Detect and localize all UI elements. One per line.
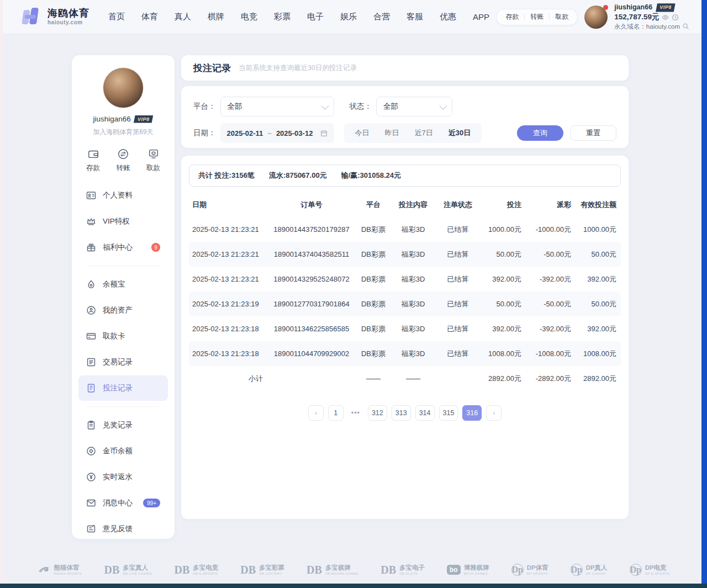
withdraw-button[interactable]: 取款 [550, 12, 574, 22]
sidebar-transfer-button[interactable]: 转账 [117, 148, 130, 173]
quick-date-yesterday[interactable]: 昨日 [377, 128, 407, 138]
sidebar-deposit-label: 存款 [86, 163, 100, 173]
brand-domain: haiouty.com [48, 19, 89, 25]
sidebar-item-profile[interactable]: 个人资料 [78, 183, 168, 208]
summary-turnover: 流水:875067.00元 [269, 171, 327, 181]
partner-logo-panda-sports: 熊猫体育PANDA SPORTS [38, 564, 82, 575]
sidebar-item-welfare[interactable]: 福利中心 9 [78, 235, 168, 260]
partner-logo-db-esports: DB 多宝电竞DB E-SPORTS [175, 564, 219, 575]
bottom-edge-strip [0, 584, 707, 588]
pagination-ellipsis[interactable]: ••• [348, 405, 363, 421]
deposit-button[interactable]: 存款 [500, 12, 524, 22]
bet-records-icon [86, 383, 96, 393]
pagination-next-button[interactable]: › [486, 405, 502, 421]
platform-filter-label: 平台： [193, 102, 216, 112]
sidebar-quick-actions: 存款 转账 取款 [72, 148, 175, 173]
sidebar-item-label: 投注记录 [103, 383, 133, 393]
dp-mark: Dp [571, 564, 583, 576]
brand-logo[interactable]: 海鸥体育 haiouty.com [23, 8, 89, 27]
sidebar-item-label: 福利中心 [103, 242, 133, 252]
nav-item-support[interactable]: 客服 [407, 12, 423, 22]
nav-item-entertainment[interactable]: 娱乐 [340, 12, 357, 22]
coin-icon [86, 446, 96, 456]
summary-bar: 共计 投注:3156笔 流水:875067.00元 输/赢:301058.24元 [189, 165, 621, 187]
sidebar-item-bet-records[interactable]: 投注记录 [78, 375, 168, 401]
sidebar-item-messages[interactable]: 消息中心 99+ [78, 490, 168, 516]
top-header: 海鸥体育 haiouty.com 首页 体育 真人 棋牌 电竞 彩票 电子 娱乐… [3, 0, 701, 34]
sidebar-item-coin-balance[interactable]: 金币余额 [78, 438, 168, 464]
sidebar-item-assets[interactable]: 我的资产 [78, 298, 168, 323]
table-row: 2025-02-13 21:23:21 1890014437520179287 … [189, 217, 621, 242]
sidebar-item-withdraw-card[interactable]: 取款卡 [78, 324, 168, 349]
piggy-bank-icon [86, 279, 96, 289]
transfer-icon [117, 148, 129, 160]
right-edge-strip [701, 0, 707, 588]
pagination: ‹ 1 ••• 312 313 314 315 316 › [189, 405, 621, 421]
col-header-valid-bet: 有效投注额 [576, 200, 621, 210]
quick-date-30days[interactable]: 近30日 [441, 128, 478, 138]
nav-item-home[interactable]: 首页 [108, 12, 125, 22]
transfer-button[interactable]: 转账 [525, 12, 549, 22]
nav-item-boardgames[interactable]: 棋牌 [208, 12, 224, 22]
partner-logo-dp-live: Dp DP真人DP CASINO [571, 564, 608, 576]
table-row: 2025-02-13 21:23:21 1890014329525248072 … [189, 267, 621, 292]
nav-item-lottery[interactable]: 彩票 [274, 12, 291, 22]
nav-item-live[interactable]: 真人 [175, 12, 191, 22]
pagination-page-312[interactable]: 312 [368, 405, 387, 421]
db-mark: DB [307, 564, 322, 575]
sidebar-deposit-button[interactable]: 存款 [86, 148, 100, 173]
pagination-prev-button[interactable]: ‹ [308, 405, 324, 421]
main-content: 投注记录 当前系统支持查询最近30日的投注记录 平台： 全部 状态： 全部 日期… [181, 55, 629, 519]
date-range-picker[interactable]: 2025-02-11 ~ 2025-03-12 [220, 123, 334, 143]
table-row: 2025-02-13 21:23:18 1890011346225856585 … [189, 316, 621, 341]
quick-date-7days[interactable]: 近7日 [407, 128, 441, 138]
nav-item-esports[interactable]: 电竞 [241, 12, 257, 22]
nav-item-slots[interactable]: 电子 [307, 12, 324, 22]
nav-item-promotions[interactable]: 优惠 [440, 12, 456, 22]
search-icon[interactable] [682, 23, 689, 30]
nav-item-sports[interactable]: 体育 [141, 12, 158, 22]
main-nav: 首页 体育 真人 棋牌 电竞 彩票 电子 娱乐 合营 客服 优惠 APP [108, 12, 489, 22]
sidebar-item-vip[interactable]: VIP特权 [78, 209, 168, 234]
divider [87, 406, 159, 407]
sidebar-withdraw-button[interactable]: 取款 [146, 148, 160, 173]
quick-date-today[interactable]: 今日 [347, 128, 377, 138]
assets-icon [86, 305, 96, 315]
pagination-page-316-active[interactable]: 316 [462, 405, 482, 421]
divider [87, 266, 159, 266]
col-header-bet: 投注 [481, 200, 526, 210]
sidebar-item-rebate[interactable]: 实时返水 [78, 464, 168, 490]
pagination-page-313[interactable]: 313 [392, 405, 411, 421]
notification-dot [603, 5, 608, 10]
pagination-page-315[interactable]: 315 [439, 405, 458, 421]
page-title-card: 投注记录 当前系统支持查询最近30日的投注记录 [181, 55, 629, 81]
eye-icon[interactable] [662, 14, 669, 21]
pagination-page-1[interactable]: 1 [328, 405, 344, 421]
join-days-text: 加入海鸥体育第69天 [72, 128, 175, 137]
status-select[interactable]: 全部 [376, 97, 452, 116]
sidebar-item-label: 交易记录 [103, 357, 133, 367]
pagination-page-314[interactable]: 314 [415, 405, 435, 421]
header-user-area: 存款 转账 取款 jiushigan66 VIP8 152,787.59元 [496, 3, 689, 30]
sidebar-item-feedback[interactable]: 意见反馈 [78, 516, 168, 542]
nav-item-app[interactable]: APP [473, 12, 489, 22]
bet-records-table-card: 共计 投注:3156笔 流水:875067.00元 输/赢:301058.24元… [181, 156, 629, 519]
refresh-icon[interactable] [672, 14, 679, 21]
col-header-payout: 派彩 [526, 200, 576, 210]
panda-icon [38, 565, 51, 575]
col-header-status: 注单状态 [435, 200, 481, 210]
sidebar-item-yuebao[interactable]: 余额宝 [78, 272, 168, 297]
search-button[interactable]: 查询 [517, 125, 563, 141]
reset-button[interactable]: 重置 [570, 125, 616, 141]
platform-select[interactable]: 全部 [220, 97, 334, 116]
col-header-order: 订单号 [267, 200, 356, 210]
sidebar-item-redeem-records[interactable]: 兑奖记录 [78, 412, 168, 438]
dp-mark: Dp [511, 564, 524, 576]
wallet-icon [87, 148, 99, 160]
sidebar-item-transactions[interactable]: 交易记录 [78, 349, 168, 375]
sidebar-avatar[interactable] [103, 67, 144, 108]
user-avatar[interactable] [584, 6, 608, 29]
sidebar-item-label: VIP特权 [103, 216, 130, 226]
db-mark: DB [175, 564, 190, 575]
nav-item-partnership[interactable]: 合营 [373, 12, 390, 22]
